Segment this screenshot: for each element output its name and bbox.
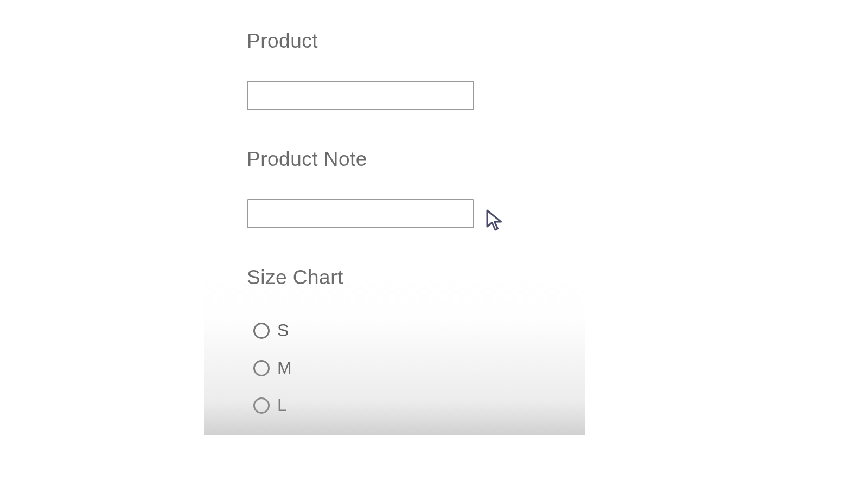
product-note-input[interactable] (247, 199, 474, 228)
product-form: Product Product Note Size Chart S M L (247, 30, 627, 433)
radio-icon (253, 360, 270, 376)
product-input[interactable] (247, 81, 474, 110)
size-label: L (277, 395, 288, 415)
product-label: Product (247, 30, 627, 53)
size-chart-label: Size Chart (247, 266, 627, 289)
radio-icon (253, 323, 270, 339)
radio-icon (253, 397, 270, 414)
size-option-m[interactable]: M (253, 358, 627, 378)
size-option-s[interactable]: S (253, 320, 627, 341)
size-chart-radio-group: S M L (247, 320, 627, 415)
size-option-l[interactable]: L (253, 395, 627, 415)
product-note-label: Product Note (247, 148, 627, 171)
size-label: S (277, 320, 289, 341)
size-label: M (277, 358, 292, 378)
